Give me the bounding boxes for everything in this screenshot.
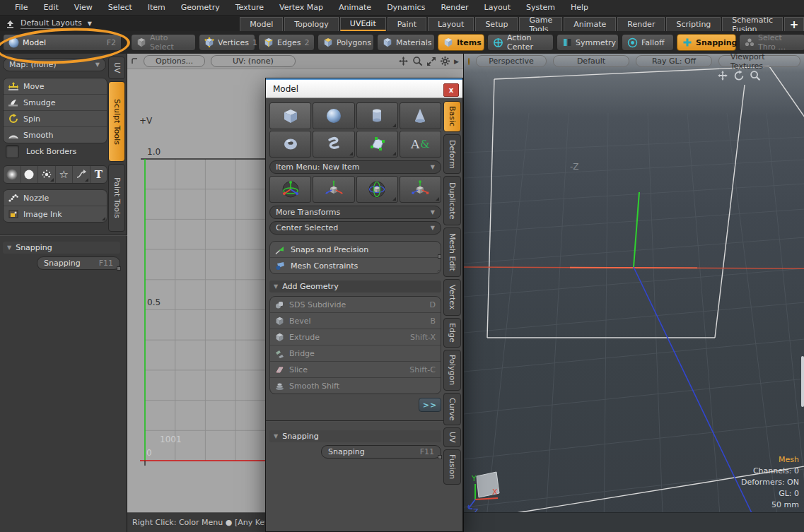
tool-smudge[interactable]: Smudge bbox=[4, 95, 107, 111]
cube-tool[interactable] bbox=[269, 102, 311, 129]
image-ink-row[interactable]: Image Ink bbox=[4, 206, 107, 222]
viewport-scrollbar[interactable] bbox=[801, 356, 804, 407]
shading-default-button[interactable]: Default bbox=[553, 55, 629, 67]
materials-mode-button[interactable]: Materials bbox=[377, 34, 435, 51]
tab-schematic-fusion[interactable]: Schematic Fusion bbox=[722, 17, 783, 31]
slice-row[interactable]: Slice Shift-C bbox=[270, 362, 441, 378]
snapping-toggle-button[interactable]: Snapping bbox=[677, 34, 736, 51]
pin-layout-icon[interactable] bbox=[6, 20, 15, 28]
orbit-icon[interactable] bbox=[733, 70, 745, 81]
splatter-brush-icon[interactable] bbox=[38, 166, 56, 183]
model-popup-titlebar[interactable]: Model x bbox=[266, 78, 462, 98]
uv-options-button[interactable]: Options... bbox=[144, 55, 205, 67]
zoom-icon[interactable] bbox=[750, 70, 761, 81]
tab-uvedit[interactable]: UVEdit bbox=[340, 17, 386, 31]
tab-polygon[interactable]: Polygon bbox=[443, 350, 461, 391]
tab-edge[interactable]: Edge bbox=[443, 318, 461, 348]
tab-deform[interactable]: Deform bbox=[443, 134, 461, 174]
symmetry-button[interactable]: Symmetry bbox=[557, 34, 619, 51]
bridge-row[interactable]: Bridge bbox=[270, 345, 441, 362]
tool-move[interactable]: Move bbox=[4, 78, 107, 95]
falloff-button[interactable]: Falloff bbox=[622, 34, 674, 51]
menu-file[interactable]: File bbox=[7, 3, 35, 12]
maximize-icon[interactable] bbox=[426, 57, 436, 66]
cylinder-tool[interactable] bbox=[356, 102, 398, 129]
tool-spin[interactable]: Spin bbox=[4, 111, 107, 127]
items-mode-button[interactable]: Items 5 bbox=[438, 34, 484, 51]
center-selected-dropdown[interactable]: Center Selected ▼ bbox=[269, 221, 441, 235]
bevel-row[interactable]: Bevel B bbox=[270, 313, 441, 329]
perspective-viewport[interactable]: -Z Y X Z Perspective Default Ray GL: Off… bbox=[463, 54, 804, 532]
tab-layout[interactable]: Layout bbox=[428, 17, 474, 31]
menu-system[interactable]: System bbox=[518, 3, 563, 12]
expand-panel-icon[interactable]: ▶ bbox=[454, 58, 459, 65]
smooth-shift-row[interactable]: Smooth Shift bbox=[270, 378, 441, 394]
tab-model[interactable]: Model bbox=[240, 17, 283, 31]
tab-vertex[interactable]: Vertex bbox=[443, 279, 461, 316]
tab-scripting[interactable]: Scripting bbox=[666, 17, 721, 31]
tool-smooth[interactable]: Smooth bbox=[4, 127, 107, 143]
tab-uv-tools[interactable]: UV bbox=[108, 57, 125, 79]
tab-game-tools[interactable]: Game Tools bbox=[519, 17, 562, 31]
menu-help[interactable]: Help bbox=[563, 3, 596, 12]
gear-icon[interactable] bbox=[440, 56, 450, 66]
viewport-corner-icon[interactable] bbox=[132, 58, 138, 64]
star-brush-icon[interactable]: ☆ bbox=[56, 166, 74, 183]
add-tab-button[interactable]: + bbox=[784, 17, 804, 31]
move-tool[interactable] bbox=[313, 176, 354, 203]
mesh-constraints-row[interactable]: Mesh Constraints bbox=[270, 258, 441, 273]
menu-view[interactable]: View bbox=[66, 3, 100, 12]
sphere-tool[interactable] bbox=[313, 102, 354, 129]
sidebar-snapping-button[interactable]: Snapping F11 bbox=[37, 256, 120, 270]
tab-curve[interactable]: Curve bbox=[443, 393, 461, 425]
tab-topology[interactable]: Topology bbox=[284, 17, 339, 31]
menu-layout[interactable]: Layout bbox=[477, 3, 518, 12]
menu-edit[interactable]: Edit bbox=[35, 3, 66, 12]
default-layouts-dropdown[interactable]: Default Layouts bbox=[21, 18, 82, 29]
tab-setup[interactable]: Setup bbox=[475, 17, 518, 31]
tab-uv[interactable]: UV bbox=[443, 427, 461, 447]
edges-mode-button[interactable]: Edges 2 bbox=[258, 34, 315, 51]
more-tools-button[interactable]: >> bbox=[419, 398, 441, 412]
menu-dynamics[interactable]: Dynamics bbox=[379, 3, 433, 12]
zoom-icon[interactable] bbox=[412, 56, 423, 66]
add-geometry-header[interactable]: ▼ Add Geometry bbox=[269, 280, 441, 292]
text-brush-icon[interactable]: T bbox=[91, 166, 107, 183]
extrude-row[interactable]: Extrude Shift-X bbox=[270, 329, 441, 345]
viewport-textures-button[interactable]: Viewport Textures bbox=[718, 55, 800, 67]
lock-borders-checkbox[interactable] bbox=[6, 145, 19, 158]
tab-paint-tools[interactable]: Paint Tools bbox=[108, 164, 125, 232]
pan-icon[interactable] bbox=[398, 56, 409, 66]
pen-tool[interactable] bbox=[356, 131, 398, 158]
uv-map-button[interactable]: UV: (none) bbox=[211, 55, 296, 67]
torus-tool[interactable] bbox=[269, 131, 311, 158]
tab-basic[interactable]: Basic bbox=[443, 101, 461, 132]
popup-snapping-button[interactable]: Snapping F11 bbox=[321, 445, 441, 459]
menu-select[interactable]: Select bbox=[100, 3, 140, 12]
ray-gl-button[interactable]: Ray GL: Off bbox=[636, 55, 712, 67]
vertices-mode-button[interactable]: Vertices 1 bbox=[199, 34, 255, 51]
scale-tool[interactable] bbox=[400, 176, 441, 203]
item-menu-dropdown[interactable]: Item Menu: New Item ▼ bbox=[269, 160, 441, 174]
sds-subdivide-row[interactable]: SDS Subdivide D bbox=[270, 297, 441, 313]
tab-paint[interactable]: Paint bbox=[388, 17, 426, 31]
menu-vertex-map[interactable]: Vertex Map bbox=[272, 3, 331, 12]
procedural-brush-icon[interactable] bbox=[73, 166, 91, 183]
tab-sculpt-tools[interactable]: Sculpt Tools bbox=[108, 81, 125, 162]
vertex-map-dropdown[interactable]: Map: (none) ▼ bbox=[3, 58, 106, 71]
nozzle-row[interactable]: Nozzle bbox=[4, 190, 107, 206]
menu-animate[interactable]: Animate bbox=[331, 3, 379, 12]
transform-tool[interactable] bbox=[269, 176, 311, 203]
text-tool[interactable]: A & bbox=[400, 131, 441, 158]
tab-duplicate[interactable]: Duplicate bbox=[443, 176, 461, 225]
snaps-precision-row[interactable]: Snaps and Precision bbox=[270, 242, 441, 258]
close-icon[interactable]: x bbox=[443, 83, 459, 97]
menu-texture[interactable]: Texture bbox=[228, 3, 272, 12]
menu-render[interactable]: Render bbox=[433, 3, 476, 12]
helix-tool[interactable] bbox=[313, 131, 354, 158]
menu-geometry[interactable]: Geometry bbox=[173, 3, 228, 12]
sidebar-snapping-header[interactable]: ▼ Snapping bbox=[3, 242, 120, 254]
more-transforms-dropdown[interactable]: More Transforms ▼ bbox=[269, 206, 441, 219]
menu-item[interactable]: Item bbox=[140, 3, 173, 12]
camera-mode-button[interactable]: Perspective bbox=[476, 55, 547, 67]
